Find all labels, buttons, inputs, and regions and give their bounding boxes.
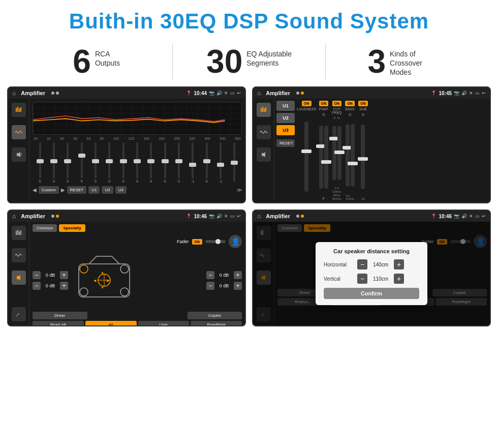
vol-minus-2[interactable]: − [33,282,41,290]
expand-icon[interactable]: ≫ [237,187,242,193]
tab-common[interactable]: Common [33,224,57,232]
bass-toggle[interactable]: ON [345,101,355,106]
eq-reset-btn[interactable]: RESET [67,186,87,194]
cutfreq-toggle[interactable]: ON [332,101,342,106]
svg-rect-6 [261,108,262,112]
eq-slider-8[interactable]: 0 [145,142,158,183]
eq-slider-9[interactable]: 0 [159,142,171,183]
all-btn[interactable]: All [85,321,137,326]
fader-slider[interactable] [205,240,226,243]
wave-icon-1[interactable] [12,125,26,139]
eq-icon-3[interactable] [12,226,26,240]
eq-slider-4[interactable]: 0 [89,142,102,183]
back-icon-3[interactable]: ↩ [237,214,241,219]
volume-icon-2: 🔊 [461,91,467,96]
home-icon-4[interactable]: ⌂ [257,213,261,220]
svg-rect-2 [19,108,20,112]
vol-val-2: 0 dB [43,283,58,288]
window-icon-2[interactable]: ▭ [475,91,480,96]
eq-slider-2[interactable]: 0 [61,142,74,183]
vol-minus-1[interactable]: − [33,271,41,279]
rearright-btn[interactable]: RearRight [191,321,242,326]
back-icon-4[interactable]: ↩ [482,214,486,219]
prev-icon[interactable]: ◀ [33,187,37,193]
close-icon-1[interactable]: ✕ [224,91,228,96]
close-icon-3[interactable]: ✕ [224,214,228,219]
fader-toggle[interactable]: ON [192,239,203,245]
stat-eq: 30 EQ AdjustableSegments [183,45,315,78]
eq-main: 25 32 40 50 63 80 100 125 160 200 250 32… [29,99,245,202]
window-icon-1[interactable]: ▭ [230,91,235,96]
preset-u2[interactable]: U2 [276,113,295,123]
eq-slider-5[interactable]: 0 [103,142,116,183]
location-icon-1: 📍 [186,91,192,96]
stat-divider-1 [172,44,173,79]
eq-custom-btn[interactable]: Custom [39,186,59,194]
loudness-label: LOUDNESS [297,107,317,111]
eq-slider-13[interactable]: -1 [214,142,227,183]
eq-slider-0[interactable]: 0 [34,142,46,183]
eq-slider-3[interactable]: 5 [75,142,88,183]
person-icon[interactable]: 👤 [229,235,242,248]
eq-slider-12[interactable]: 0 [200,142,213,183]
speaker-icon-3[interactable] [12,271,26,285]
home-icon-1[interactable]: ⌂ [12,89,16,97]
close-icon-2[interactable]: ✕ [469,91,473,96]
vol-plus-2[interactable]: + [60,282,68,290]
eq-u1-btn[interactable]: U1 [88,186,100,194]
speaker-icon-2[interactable] [257,147,271,162]
dialog-overlay: Car speaker distance setting Horizontal … [253,222,490,325]
close-icon-4[interactable]: ✕ [469,214,473,219]
tab-specialty[interactable]: Specialty [59,224,85,232]
vol-minus-4[interactable]: − [206,282,214,290]
vertical-minus-btn[interactable]: − [357,274,367,284]
dsp-controls: ON LOUDNESS ON PHAT G [297,101,369,200]
sub-toggle[interactable]: ON [358,101,368,106]
dsp-reset-btn[interactable]: RESET [276,139,295,147]
home-icon-2[interactable]: ⌂ [257,89,261,97]
vertical-value: 110cm [370,276,391,282]
time-1: 10:44 [194,91,207,96]
window-icon-3[interactable]: ▭ [230,214,235,219]
screen3-content: ⤢ Common Specialty Fader ON 👤 [8,222,245,325]
rearleft-btn[interactable]: RearLeft [33,321,84,326]
eq-slider-6[interactable]: 0 [117,142,130,183]
eq-slider-11[interactable]: -1 [186,142,199,183]
horizontal-plus-btn[interactable]: + [394,259,404,270]
eq-u3-btn[interactable]: U3 [115,186,127,194]
vertical-plus-btn[interactable]: + [394,274,404,284]
eq-u2-btn[interactable]: U2 [102,186,113,194]
wave-icon-3[interactable] [12,248,26,262]
expand-arrows-icon[interactable]: ⤢ [12,307,26,321]
user-btn[interactable]: User [138,321,190,326]
loudness-toggle[interactable]: ON [302,101,312,106]
eq-slider-14[interactable] [228,142,241,183]
eq-slider-10[interactable]: 0 [172,142,185,183]
svg-rect-11 [16,231,17,235]
phat-toggle[interactable]: ON [319,101,329,106]
svg-rect-9 [265,107,266,112]
vol-minus-3[interactable]: − [206,271,214,279]
back-icon-2[interactable]: ↩ [482,91,486,96]
next-icon[interactable]: ▶ [61,187,65,193]
vol-plus-4[interactable]: + [234,282,242,290]
vol-plus-3[interactable]: + [234,271,242,279]
eq-slider-7[interactable]: 0 [131,142,143,183]
eq-val-12: 0 [206,180,208,183]
vol-plus-1[interactable]: + [60,271,68,279]
eq-icon-1[interactable] [12,103,26,117]
horizontal-minus-btn[interactable]: − [357,259,367,270]
eq-icon-2[interactable] [257,103,271,117]
preset-u1[interactable]: U1 [276,101,295,111]
back-icon-1[interactable]: ↩ [237,91,241,96]
eq-slider-1[interactable]: 0 [47,142,60,183]
wave-icon-2[interactable] [257,125,271,139]
window-icon-4[interactable]: ▭ [475,214,480,219]
preset-u3[interactable]: U3 [276,125,295,135]
loudness-slider[interactable] [304,122,308,192]
driver-btn[interactable]: Driver [33,312,87,319]
copilot-btn[interactable]: Copilot [188,312,242,319]
home-icon-3[interactable]: ⌂ [12,213,16,220]
speaker-icon-1[interactable] [12,147,26,162]
confirm-button[interactable]: Confirm [324,288,419,299]
